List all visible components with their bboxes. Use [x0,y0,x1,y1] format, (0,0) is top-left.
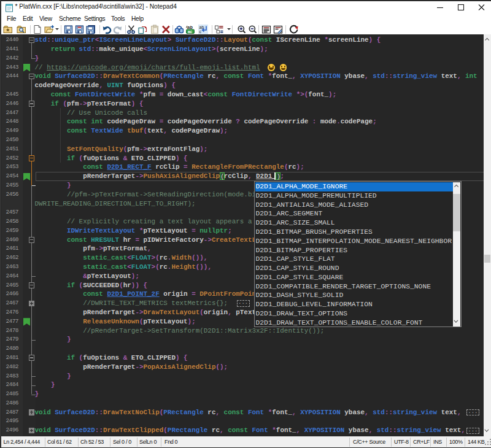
svg-text:ac: ac [188,29,193,34]
svg-text:c: c [199,29,202,34]
svg-text:ab: ab [199,25,204,29]
